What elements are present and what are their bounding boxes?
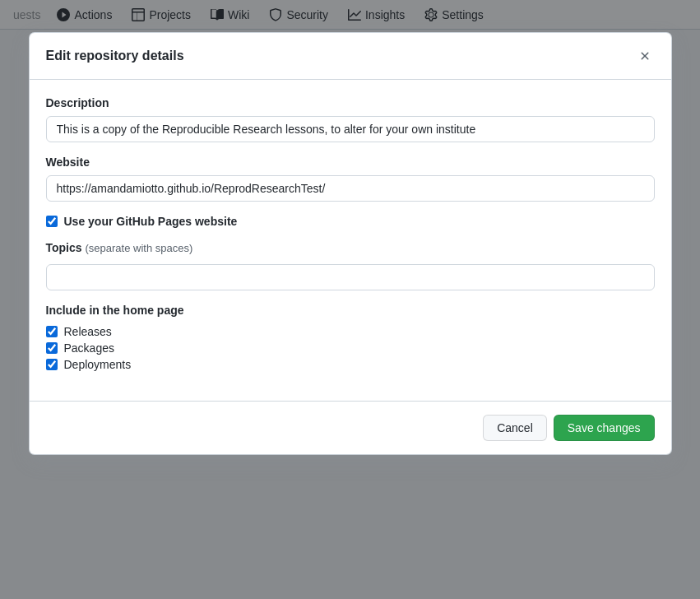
topics-group: Topics (separate with spaces) <box>46 241 655 290</box>
github-pages-label[interactable]: Use your GitHub Pages website <box>64 215 238 228</box>
modal-overlay: Edit repository details Description Webs… <box>0 0 700 599</box>
packages-row: Packages <box>46 341 655 355</box>
description-label: Description <box>46 96 655 109</box>
topics-label: Topics (separate with spaces) <box>46 241 655 254</box>
close-icon <box>638 49 651 63</box>
description-input[interactable] <box>46 116 655 142</box>
description-group: Description <box>46 96 655 142</box>
website-input[interactable] <box>46 175 655 202</box>
github-pages-row: Use your GitHub Pages website <box>46 215 655 228</box>
include-group: Include in the home page Releases Packag… <box>46 304 655 371</box>
modal-footer: Cancel Save changes <box>30 401 671 454</box>
packages-label[interactable]: Packages <box>64 341 114 355</box>
include-label: Include in the home page <box>46 304 655 317</box>
github-pages-checkbox[interactable] <box>46 216 58 227</box>
modal-body: Description Website Use your GitHub Page… <box>30 80 671 401</box>
releases-label[interactable]: Releases <box>64 325 112 338</box>
modal-dialog: Edit repository details Description Webs… <box>30 33 671 454</box>
modal-close-button[interactable] <box>635 46 655 66</box>
modal-title: Edit repository details <box>46 49 184 63</box>
packages-checkbox[interactable] <box>46 342 58 354</box>
releases-checkbox[interactable] <box>46 326 58 337</box>
website-group: Website <box>46 156 655 202</box>
deployments-row: Deployments <box>46 358 655 371</box>
save-button[interactable]: Save changes <box>554 415 655 441</box>
topics-hint: (separate with spaces) <box>85 242 192 254</box>
modal-header: Edit repository details <box>30 33 671 80</box>
releases-row: Releases <box>46 325 655 338</box>
cancel-button[interactable]: Cancel <box>483 415 547 441</box>
website-label: Website <box>46 156 655 169</box>
topics-label-text: Topics <box>46 241 82 254</box>
deployments-label[interactable]: Deployments <box>64 358 132 371</box>
topics-input[interactable] <box>46 264 655 290</box>
deployments-checkbox[interactable] <box>46 359 58 370</box>
